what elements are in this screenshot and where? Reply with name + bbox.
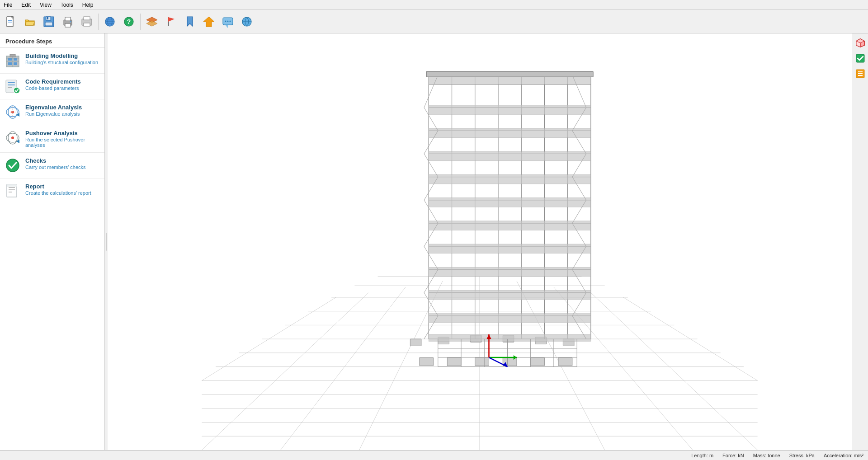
- print-button[interactable]: [59, 13, 77, 31]
- svg-rect-128: [429, 267, 591, 276]
- svg-rect-122: [429, 128, 591, 137]
- code-requirements-text: Code Requirements Code-based parameters: [25, 78, 100, 91]
- svg-rect-7: [45, 22, 52, 26]
- pushover-subtitle: Run the selected Pushover analyses: [25, 137, 100, 148]
- settings-panel-button[interactable]: [854, 67, 867, 80]
- svg-rect-88: [447, 357, 461, 366]
- menu-bar: File Edit View Tools Help: [0, 0, 868, 10]
- sidebar-item-pushover[interactable]: Pushover Analysis Run the selected Pusho…: [0, 125, 104, 153]
- svg-rect-89: [475, 357, 489, 366]
- svg-point-56: [11, 136, 14, 139]
- sidebar: Procedure Steps Building Modelli: [0, 33, 105, 450]
- checks-text: Checks Carry out members' checks: [25, 157, 100, 170]
- svg-rect-92: [558, 357, 572, 366]
- code-requirements-title: Code Requirements: [25, 78, 100, 85]
- pushover-title: Pushover Analysis: [25, 130, 100, 136]
- svg-rect-6: [47, 17, 48, 19]
- svg-rect-46: [8, 87, 12, 88]
- checks-icon: [5, 157, 21, 174]
- check-panel-button[interactable]: [854, 52, 867, 65]
- open-button[interactable]: [21, 13, 39, 31]
- globe-nav-button[interactable]: [101, 13, 119, 31]
- svg-rect-13: [84, 17, 90, 20]
- svg-rect-124: [429, 174, 591, 183]
- svg-point-58: [6, 159, 19, 172]
- svg-rect-2: [8, 20, 12, 21]
- right-panel: [852, 33, 868, 450]
- svg-rect-36: [14, 58, 17, 61]
- layers-button[interactable]: [143, 13, 161, 31]
- report-text: Report Create the calculations' report: [25, 183, 100, 196]
- report-title: Report: [25, 183, 100, 190]
- menu-view[interactable]: View: [38, 1, 53, 9]
- save-button[interactable]: [40, 13, 58, 31]
- sidebar-item-report[interactable]: Report Create the calculations' report: [0, 178, 104, 204]
- stress-status: Stress: kPa: [789, 453, 815, 458]
- svg-rect-9: [65, 17, 71, 21]
- svg-point-11: [70, 21, 71, 22]
- new-button[interactable]: [2, 13, 20, 31]
- svg-rect-3: [8, 22, 12, 23]
- code-requirements-icon: [5, 78, 21, 94]
- globe-button[interactable]: [238, 13, 256, 31]
- svg-marker-23: [146, 21, 157, 26]
- sidebar-item-building-modelling[interactable]: Building Modelling Building's structural…: [0, 48, 104, 74]
- toolbar: ?: [0, 10, 868, 33]
- svg-point-31: [230, 20, 231, 22]
- view3d-button[interactable]: [854, 36, 867, 50]
- chat-button[interactable]: [219, 13, 237, 31]
- svg-rect-131: [429, 334, 591, 341]
- svg-rect-63: [7, 184, 17, 187]
- code-requirements-subtitle: Code-based parameters: [25, 85, 100, 91]
- bookmark-button[interactable]: [181, 13, 199, 31]
- eigenvalue-title: Eigenvalue Analysis: [25, 104, 100, 111]
- acceleration-status: Acceleration: m/s²: [824, 453, 863, 458]
- svg-point-30: [227, 20, 229, 22]
- svg-rect-93: [410, 339, 421, 346]
- building-modelling-icon: [5, 52, 21, 69]
- checks-title: Checks: [25, 157, 100, 164]
- eigenvalue-subtitle: Run Eigenvalue analysis: [25, 111, 100, 117]
- eigenvalue-text: Eigenvalue Analysis Run Eigenvalue analy…: [25, 104, 100, 117]
- building-3d-view: [108, 33, 852, 450]
- svg-rect-129: [429, 291, 591, 300]
- svg-rect-87: [420, 357, 434, 366]
- svg-rect-37: [8, 62, 12, 65]
- status-bar: Length: m Force: kN Mass: tonne Stress: …: [0, 450, 868, 460]
- pushover-text: Pushover Analysis Run the selected Pusho…: [25, 130, 100, 148]
- svg-rect-91: [531, 357, 545, 366]
- svg-rect-14: [84, 23, 90, 26]
- menu-edit[interactable]: Edit: [19, 1, 33, 9]
- arrow-button[interactable]: [200, 13, 218, 31]
- svg-rect-132: [426, 71, 593, 77]
- help-button[interactable]: ?: [120, 13, 138, 31]
- sidebar-item-checks[interactable]: Checks Carry out members' checks: [0, 153, 104, 178]
- building-modelling-text: Building Modelling Building's structural…: [25, 52, 100, 65]
- svg-rect-123: [429, 151, 591, 160]
- svg-marker-25: [168, 17, 175, 22]
- svg-marker-26: [203, 17, 214, 27]
- svg-rect-130: [429, 314, 591, 323]
- print2-button[interactable]: [78, 13, 96, 31]
- sidebar-item-eigenvalue[interactable]: Eigenvalue Analysis Run Eigenvalue analy…: [0, 99, 104, 125]
- flag-button[interactable]: [162, 13, 180, 31]
- svg-marker-28: [225, 25, 228, 28]
- menu-help[interactable]: Help: [80, 1, 95, 9]
- svg-point-29: [225, 20, 226, 22]
- menu-file[interactable]: File: [2, 1, 14, 9]
- svg-rect-121: [429, 105, 591, 114]
- sidebar-title: Procedure Steps: [0, 33, 104, 48]
- mass-status: Mass: tonne: [753, 453, 780, 458]
- sidebar-item-code-requirements[interactable]: Code Requirements Code-based parameters: [0, 74, 104, 99]
- building-modelling-subtitle: Building's structural configuration: [25, 60, 100, 65]
- length-status: Length: m: [691, 453, 713, 458]
- main-area: Procedure Steps Building Modelli: [0, 33, 868, 450]
- force-status: Force: kN: [722, 453, 744, 458]
- svg-rect-35: [8, 58, 12, 61]
- checks-subtitle: Carry out members' checks: [25, 164, 100, 170]
- svg-rect-38: [14, 62, 17, 65]
- viewport[interactable]: [108, 33, 852, 450]
- menu-tools[interactable]: Tools: [59, 1, 75, 9]
- report-icon: [5, 183, 21, 199]
- svg-rect-125: [429, 198, 591, 207]
